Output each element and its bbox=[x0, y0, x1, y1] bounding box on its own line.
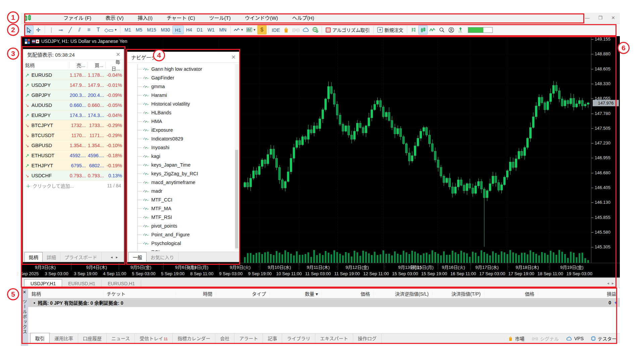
new-position-plus-icon[interactable]: + bbox=[614, 300, 617, 305]
menu-item-4[interactable]: ツール(T) bbox=[202, 13, 238, 23]
close-icon[interactable]: ✕ bbox=[231, 54, 236, 60]
timeframe-h4[interactable]: H4 bbox=[184, 25, 195, 34]
chart-tab-2[interactable]: EURUSD,H1 bbox=[102, 280, 141, 288]
time-axis-label[interactable]: 17 Sep 19:00 bbox=[508, 271, 534, 276]
navigator-item[interactable]: HMA bbox=[137, 117, 162, 126]
toolbox-tab-ニュース[interactable]: ニュース bbox=[107, 333, 135, 343]
quote-row[interactable]: ↗ETHJPYT6795...6802...-0.19% bbox=[23, 161, 124, 171]
close-button[interactable]: ✕ bbox=[611, 13, 615, 23]
time-axis-label[interactable]: 17 Sep 03:00 bbox=[479, 271, 505, 276]
navigator-item[interactable]: Inyoashi bbox=[137, 143, 169, 152]
navigator-tab-お気に入り[interactable]: お気に入り bbox=[147, 252, 178, 262]
add-symbol-row[interactable]: ＋クリックして追加... 11 / 84 bbox=[23, 181, 124, 191]
menu-item-5[interactable]: ウインドウ(W) bbox=[238, 13, 285, 23]
navigator-item[interactable]: MTF_RSI bbox=[137, 213, 172, 222]
timeframe-h1[interactable]: H1 bbox=[172, 25, 184, 34]
timeframe-w1[interactable]: W1 bbox=[205, 25, 217, 34]
time-axis-label[interactable]: 16 Sep 11:00 bbox=[450, 271, 476, 276]
toolbox-tab-取引[interactable]: 取引 bbox=[30, 333, 50, 343]
navigator-scrollbar[interactable] bbox=[235, 64, 238, 250]
time-axis-label[interactable]: 4 Sep 11:00 bbox=[103, 271, 126, 276]
navigator-item[interactable]: Historical volatility bbox=[137, 100, 190, 108]
quote-row[interactable]: ↗ETHUSDT4592....4596....-0.18% bbox=[23, 150, 124, 161]
navigator-item[interactable]: Harami bbox=[137, 91, 167, 100]
equidistant-channel-tool-button[interactable]: ≡ bbox=[84, 25, 94, 35]
toolbox-side-strip[interactable]: ✕ ツールボックス bbox=[21, 288, 28, 346]
chart-tab-0[interactable]: USDJPY,H1 bbox=[24, 279, 62, 288]
timeframe-m5[interactable]: M5 bbox=[133, 25, 145, 34]
toolbox-tab-アラート[interactable]: アラート bbox=[234, 333, 263, 343]
navigator-item[interactable]: madr bbox=[137, 187, 162, 195]
toolbox-tab-記事[interactable]: 記事 bbox=[263, 333, 282, 343]
toolbox-tab-エキスパート[interactable]: エキスパート bbox=[315, 333, 353, 343]
navigator-item[interactable]: keys_Japan_Time bbox=[137, 161, 191, 169]
menu-item-1[interactable]: 表示 (V) bbox=[98, 13, 130, 23]
quote-row[interactable]: ↘USDCHF0.793...0.793...0.13% bbox=[23, 171, 124, 181]
quote-row[interactable]: ↘BTCJPYT1732...1733...-0.29% bbox=[23, 120, 124, 130]
time-axis-label[interactable]: 11 Sep 03:00 bbox=[305, 271, 331, 276]
timeframe-m1[interactable]: M1 bbox=[122, 25, 133, 34]
time-axis-label[interactable]: 12 Sep 11:00 bbox=[363, 271, 389, 276]
time-axis-label[interactable]: 3 Sep 03:00 bbox=[45, 271, 68, 276]
navigator-item[interactable]: keys_ZigZag_by_RCI bbox=[137, 169, 198, 178]
navigator-item[interactable]: iExposure bbox=[137, 126, 173, 134]
quote-row[interactable]: ↘GBPUSD1.354...1.354...-0.10% bbox=[23, 140, 124, 150]
toolbox-tab-指標カレンダー[interactable]: 指標カレンダー bbox=[173, 333, 215, 343]
toolbox-tab-操作ログ[interactable]: 操作ログ bbox=[353, 333, 382, 343]
time-axis-label[interactable]: 9 Sep 03:00 bbox=[219, 271, 243, 276]
timeframe-d1[interactable]: D1 bbox=[195, 25, 205, 34]
menu-item-2[interactable]: 挿入(I) bbox=[131, 13, 160, 23]
time-axis-label[interactable]: 15 Sep 19:00 bbox=[421, 271, 447, 276]
profile-icon[interactable] bbox=[446, 25, 456, 35]
navigator-item[interactable]: MTF_CCI bbox=[137, 195, 172, 204]
algo-trading-button[interactable]: アルゴリズム取引 bbox=[324, 25, 372, 35]
quote-row[interactable]: ↗GBPJPY200.3...200.4...-0.09% bbox=[23, 90, 124, 100]
channel-tool-button[interactable]: ⫽ bbox=[75, 25, 84, 35]
toolbox-tab-口座履歴[interactable]: 口座履歴 bbox=[78, 333, 107, 343]
levels-button[interactable]: LVL bbox=[456, 25, 465, 35]
time-axis-label[interactable]: 2 Sep 2025 bbox=[16, 271, 39, 276]
market-bag-icon[interactable] bbox=[281, 25, 291, 35]
menu-item-3[interactable]: チャート (C) bbox=[160, 13, 202, 23]
market-watch-tab-arrows[interactable]: ◂▸ bbox=[111, 255, 121, 259]
vertical-line-tool-button[interactable]: ｜ bbox=[47, 25, 56, 35]
text-tool-button[interactable]: T bbox=[94, 25, 103, 35]
time-axis-label[interactable]: 18 Sep 11:00 bbox=[538, 271, 563, 276]
quote-row[interactable]: ↗USDJPY147.9...147.9...-0.01% bbox=[23, 80, 124, 90]
cloud-icon[interactable] bbox=[301, 25, 311, 35]
navigator-tab-一般[interactable]: 一般 bbox=[128, 252, 147, 262]
time-axis[interactable]: 2 Sep 20253 Sep 03:003 Sep 19:004 Sep 11… bbox=[21, 270, 620, 278]
quote-row[interactable]: ↘BTCUSDT1170...1171...-0.29% bbox=[23, 130, 124, 140]
navigator-item[interactable]: GapFinder bbox=[137, 73, 174, 82]
line-chart-type-button[interactable]: ▼ bbox=[232, 25, 245, 35]
toolbox-tab-ライブラリ[interactable]: ライブラリ bbox=[282, 333, 315, 343]
toolbox-tab-運用比率[interactable]: 運用比率 bbox=[50, 333, 78, 343]
chart-tab-1[interactable]: EURUSD,H1 bbox=[62, 280, 102, 288]
navigator-item[interactable]: pivot_points bbox=[137, 222, 177, 230]
time-axis-label[interactable]: 19 Sep 03:00 bbox=[567, 271, 592, 276]
indicators-button[interactable]: ▼ bbox=[245, 25, 257, 35]
community-icon[interactable] bbox=[311, 25, 320, 35]
close-icon[interactable]: ✕ bbox=[23, 288, 26, 295]
price-scale[interactable]: 149.155148.880148.605148.330148.055147.7… bbox=[591, 36, 620, 263]
toolbox-column-headers[interactable]: 銘柄チケット時間タイプ数量 ▾価格決済逆指値(S/L)決済指値(T/P)価格損益 bbox=[28, 289, 620, 298]
navigator-item[interactable]: Psychological bbox=[137, 239, 181, 248]
time-axis-label[interactable]: 10 Sep 11:00 bbox=[276, 271, 302, 276]
timeframe-m30[interactable]: M30 bbox=[158, 25, 172, 34]
market-watch-toggle-button[interactable] bbox=[418, 25, 428, 35]
menu-item-0[interactable]: ファイル (F) bbox=[56, 13, 98, 23]
time-axis-label[interactable]: 11 Sep 19:00 bbox=[334, 271, 360, 276]
navigator-item[interactable]: HLBands bbox=[137, 108, 171, 117]
status-bag[interactable]: 市場 bbox=[508, 335, 524, 342]
time-axis-label[interactable]: 5 Sep 03:00 bbox=[132, 271, 155, 276]
market-watch-columns[interactable]: 銘柄売...買...毎日... bbox=[23, 60, 124, 70]
crosshair-tool-button[interactable]: ✛ bbox=[34, 25, 43, 35]
quote-row[interactable]: ↗EURUSD1.178...1.178...-0.04% bbox=[23, 70, 124, 80]
new-order-button[interactable]: + 新規注文 bbox=[375, 25, 405, 35]
market-watch-tab-プライスボード[interactable]: プライスボード bbox=[60, 252, 102, 262]
navigator-item[interactable]: RCI bbox=[137, 248, 160, 251]
cursor-tool-button[interactable] bbox=[24, 25, 34, 35]
chart-tab-scroll-arrows[interactable]: ◂▸ bbox=[607, 281, 616, 286]
navigator-item[interactable]: macd_anytimeframe bbox=[137, 178, 195, 187]
status-cloud[interactable]: VPS bbox=[566, 336, 584, 341]
